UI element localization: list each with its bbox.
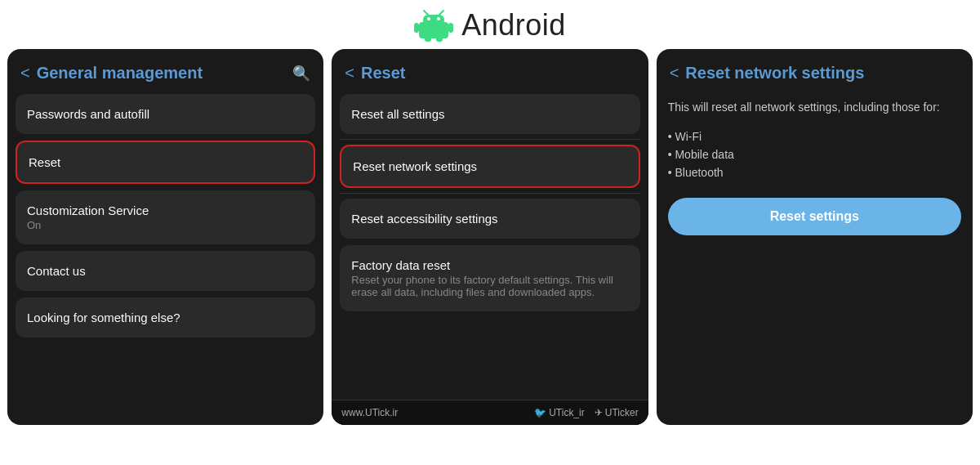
svg-rect-8 [425,37,431,42]
menu-item-factory-reset[interactable]: Factory data reset Reset your phone to i… [340,245,639,311]
menu-item-contact-label: Contact us [27,264,304,278]
android-logo-icon [414,9,453,42]
menu-item-factory-reset-subtitle: Reset your phone to its factory default … [351,274,628,298]
reset-settings-button[interactable]: Reset settings [668,198,961,235]
bullet-wifi: Wi-Fi [668,127,961,145]
menu-item-looking[interactable]: Looking for something else? [16,297,315,338]
menu-item-reset-accessibility[interactable]: Reset accessibility settings [340,199,639,239]
divider2 [340,193,639,194]
panel3-description: This will reset all network settings, in… [668,99,961,116]
menu-item-reset-all[interactable]: Reset all settings [340,94,639,134]
twitter-icon: 🐦 [534,407,546,418]
panel-reset-network: < Reset network settings This will reset… [657,49,973,425]
android-title: Android [461,8,566,42]
svg-line-4 [424,11,428,15]
menu-item-customization-label: Customization Service [27,203,304,217]
menu-item-factory-reset-label: Factory data reset [351,258,628,272]
svg-rect-7 [448,23,453,33]
menu-item-reset-all-label: Reset all settings [351,107,628,121]
menu-item-customization-subtitle: On [27,219,304,231]
svg-point-3 [437,17,440,20]
panel1-title: General management [37,64,287,83]
svg-rect-1 [423,15,444,25]
twitter-handle: UTick_ir [549,407,585,418]
svg-point-2 [427,17,430,20]
panel1-search-icon[interactable]: 🔍 [292,65,310,83]
footer-social-links: 🐦 UTick_ir ✈ UTicker [534,407,638,418]
menu-item-contact[interactable]: Contact us [16,251,315,291]
panel1-back-button[interactable]: < [20,64,30,83]
telegram-link[interactable]: ✈ UTicker [595,407,639,418]
panel-reset: < Reset Reset all settings Reset network… [332,49,648,425]
telegram-handle: UTicker [605,407,639,418]
bullet-mobile: Mobile data [668,145,961,163]
panel2-back-button[interactable]: < [345,64,354,83]
telegram-icon: ✈ [595,407,603,418]
menu-item-looking-label: Looking for something else? [27,311,304,324]
menu-item-reset-label: Reset [29,155,302,169]
panels-container: < General management 🔍 Passwords and aut… [0,49,980,425]
menu-item-passwords-label: Passwords and autofill [27,107,304,121]
footer-website: www.UTick.ir [341,407,398,418]
svg-line-5 [439,11,443,15]
panel2-header: < Reset [332,49,648,91]
bullet-bluetooth: Bluetooth [668,163,961,181]
twitter-link[interactable]: 🐦 UTick_ir [534,407,585,418]
divider1 [340,139,639,140]
menu-item-customization[interactable]: Customization Service On [16,190,315,244]
panel3-back-button[interactable]: < [670,64,679,83]
panel2-footer: www.UTick.ir 🐦 UTick_ir ✈ UTicker [332,400,648,425]
menu-item-reset-network-label: Reset network settings [353,159,626,173]
page-header: Android [0,0,980,49]
svg-rect-6 [414,23,419,33]
panel2-title: Reset [361,64,635,83]
panel1-header: < General management 🔍 [7,49,323,91]
menu-item-passwords[interactable]: Passwords and autofill [16,94,315,134]
menu-item-reset-network[interactable]: Reset network settings [340,145,639,188]
menu-item-reset[interactable]: Reset [16,141,315,184]
panel3-bullet-list: Wi-Fi Mobile data Bluetooth [668,127,961,181]
menu-item-reset-accessibility-label: Reset accessibility settings [351,212,628,226]
panel3-body: This will reset all network settings, in… [657,91,973,425]
panel-general-management: < General management 🔍 Passwords and aut… [7,49,323,425]
svg-rect-9 [436,37,443,42]
panel3-title: Reset network settings [685,64,960,83]
panel3-header: < Reset network settings [657,49,973,91]
